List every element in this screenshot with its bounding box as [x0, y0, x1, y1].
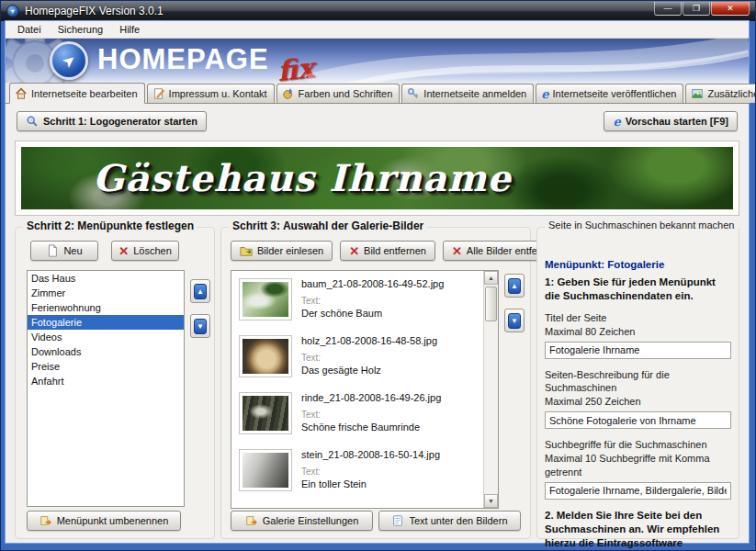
gallery-item[interactable]: rinde_21-08-2008-16-49-26.jpg Text: Schö…: [231, 385, 498, 442]
banner-title: Gästehaus Ihrname: [93, 156, 512, 199]
menu-sicherung[interactable]: Sicherung: [50, 22, 112, 37]
gallery-item[interactable]: holz_21-08-2008-16-48-58.jpg Text: Das g…: [231, 328, 498, 385]
gallery-text-label: Text:: [301, 467, 440, 477]
gallery-text-label: Text:: [301, 353, 437, 363]
tab-zusaetzliches[interactable]: Zusätzliches: [685, 84, 756, 103]
thumbnail-stein: [239, 449, 292, 491]
minimize-button[interactable]: —: [654, 2, 682, 16]
maximize-button[interactable]: ❐: [683, 2, 710, 16]
close-button[interactable]: ✕: [711, 2, 750, 16]
up-arrow-icon: ▲: [194, 284, 207, 299]
list-item[interactable]: Das Haus: [28, 271, 184, 286]
picture-icon: [691, 87, 704, 100]
gallery-text-label: Text:: [301, 296, 444, 306]
list-item[interactable]: Videos: [28, 330, 184, 344]
gallery-scrollbar[interactable]: ▲ ▼: [483, 271, 498, 508]
list-item[interactable]: Preise: [28, 359, 184, 374]
gallery-filename: holz_21-08-2008-16-48-58.jpg: [301, 335, 437, 346]
window-titlebar[interactable]: ➤ HomepageFIX Version 3.0.1 — ❐ ✕: [1, 1, 755, 21]
gallery-item[interactable]: baum_21-08-2008-16-49-52.jpg Text: Der s…: [231, 271, 498, 328]
new-menu-item-button[interactable]: Neu: [30, 241, 98, 261]
menu-items-panel: Schritt 2: Menüpunkte festlegen Neu ✕ Lö…: [15, 227, 215, 539]
list-item[interactable]: Ferienwohnung: [28, 300, 184, 315]
page-pencil-icon: [152, 87, 165, 100]
gallery-panel-heading: Schritt 3: Auswahl der Galerie-Bilder: [229, 219, 427, 232]
move-item-up-button[interactable]: ▲: [190, 279, 210, 303]
page-title-input[interactable]: [545, 342, 731, 359]
maximize-icon: ❐: [693, 4, 700, 13]
minimize-icon: —: [664, 4, 672, 13]
page-description-input[interactable]: [545, 411, 731, 429]
remove-image-button[interactable]: ✕ Bild entfernen: [340, 241, 435, 261]
seo-menu-item-label: Menüpunkt: Fotogalerie: [545, 259, 731, 270]
tab-farben-schriften[interactable]: Farben und Schriften: [276, 84, 401, 103]
close-icon: ✕: [727, 4, 734, 13]
preview-button[interactable]: e Vorschau starten [F9]: [604, 111, 738, 131]
gallery-settings-button[interactable]: Galerie Einstellungen: [231, 511, 373, 531]
gallery-image-list[interactable]: baum_21-08-2008-16-49-52.jpg Text: Der s…: [231, 270, 499, 509]
menu-panel-heading: Schritt 2: Menüpunkte festlegen: [23, 219, 197, 232]
seo-step1-text: 1: Geben Sie für jeden Menüpunkt die Suc…: [545, 276, 731, 303]
list-item[interactable]: Downloads: [28, 344, 184, 359]
banner-preview-image: Gästehaus Ihrname: [21, 147, 733, 209]
gallery-panel: Schritt 3: Auswahl der Galerie-Bilder Bi…: [220, 227, 531, 539]
banner-preview-frame: Gästehaus Ihrname: [15, 141, 739, 216]
read-images-button[interactable]: Bilder einlesen: [231, 241, 333, 261]
menu-items-list[interactable]: Das Haus Zimmer Ferienwohnung Fotogaleri…: [27, 270, 185, 507]
gallery-filename: rinde_21-08-2008-16-49-26.jpg: [301, 392, 441, 403]
down-arrow-icon: ▼: [508, 313, 521, 329]
gallery-caption: Ein toller Stein: [301, 478, 440, 489]
tab-internetseite-veroeffentlichen[interactable]: e Internetseite veröffentlichen: [536, 84, 683, 103]
tab-internetseite-anmelden[interactable]: Internetseite anmelden: [401, 84, 534, 103]
menu-hilfe[interactable]: Hilfe: [111, 22, 148, 37]
thumbnail-baum: [239, 278, 292, 320]
gallery-text-label: Text:: [301, 410, 441, 420]
up-arrow-icon: ▲: [508, 278, 521, 294]
gallery-caption: Der schöne Baum: [301, 308, 444, 319]
list-item-selected[interactable]: Fotogalerie: [28, 315, 184, 330]
seo-panel: Seite in Suchmaschinen bekannt machen Me…: [536, 227, 739, 539]
delete-icon: ✕: [452, 245, 462, 257]
keywords-hint: Maximal 10 Suchbegriffe mit Komma getren…: [545, 452, 731, 479]
description-hint: Maximal 250 Zeichen: [545, 395, 731, 409]
thumbnail-rinde: [239, 392, 292, 434]
app-window: ➤ HomepageFIX Version 3.0.1 — ❐ ✕ Datei …: [0, 0, 756, 551]
logogenerator-button[interactable]: Schritt 1: Logogenerator starten: [17, 111, 207, 131]
gallery-item[interactable]: stein_21-08-2008-16-50-14.jpg Text: Ein …: [231, 442, 498, 499]
down-arrow-icon: ▼: [194, 319, 207, 334]
key-icon: [407, 87, 420, 100]
list-item[interactable]: Zimmer: [28, 286, 184, 300]
delete-menu-item-button[interactable]: ✕ Löschen: [111, 241, 179, 261]
paint-icon: [282, 87, 295, 100]
seo-step2-text: 2. Melden Sie Ihre Seite bei den Suchmas…: [545, 509, 731, 551]
scroll-up-icon[interactable]: ▲: [484, 271, 498, 285]
keywords-input[interactable]: [545, 482, 731, 500]
gallery-caption: Das gesägte Holz: [301, 365, 437, 376]
thumbnail-holz: [239, 335, 292, 377]
list-item[interactable]: Anfahrt: [28, 374, 184, 388]
folder-icon: [240, 244, 253, 257]
window-title: HomepageFIX Version 3.0.1: [25, 5, 164, 17]
seo-panel-heading: Seite in Suchmaschinen bekannt machen: [545, 219, 738, 231]
move-item-down-button[interactable]: ▼: [190, 314, 210, 338]
title-hint: Maximal 80 Zeichen: [545, 325, 731, 339]
title-label: Titel der Seite: [545, 311, 731, 325]
menu-datei[interactable]: Datei: [9, 22, 50, 37]
delete-icon: ✕: [118, 245, 129, 257]
new-document-icon: [46, 244, 59, 257]
move-image-down-button[interactable]: ▼: [504, 309, 525, 332]
scrollbar-thumb[interactable]: [485, 287, 497, 321]
tab-internetseite-bearbeiten[interactable]: Internetseite bearbeiten: [9, 83, 145, 104]
settings-note-icon: [245, 514, 258, 527]
gallery-filename: stein_21-08-2008-16-50-14.jpg: [301, 449, 440, 460]
app-icon: ➤: [6, 5, 19, 17]
main-content: Schritt 1: Logogenerator starten e Vorsc…: [6, 104, 749, 543]
ie-globe-icon: e: [613, 116, 620, 128]
text-under-images-button[interactable]: Text unter den Bildern: [378, 511, 521, 531]
magnifier-icon: [26, 115, 39, 128]
move-image-up-button[interactable]: ▲: [504, 274, 525, 298]
scroll-down-icon[interactable]: ▼: [484, 494, 498, 508]
gallery-caption: Schöne frische Baumrinde: [301, 422, 441, 433]
tab-impressum-kontakt[interactable]: Impressum u. Kontakt: [147, 84, 275, 103]
rename-menu-item-button[interactable]: Menüpunkt umbenennen: [27, 511, 181, 531]
